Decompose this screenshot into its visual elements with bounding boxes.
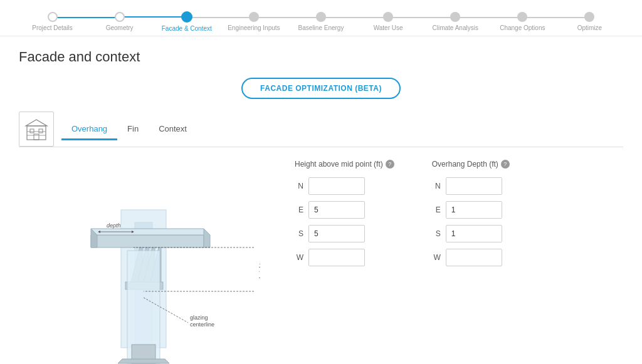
building-icon [24,117,49,142]
depth-w-row: W [432,249,510,266]
depth-e-row: E [432,201,510,219]
step-dot-facade-context [181,11,192,23]
main-area: depth height glazing centerline [19,147,623,364]
progress-step-climate-analysis[interactable]: Climate Analysis [422,12,489,31]
svg-marker-11 [204,229,210,247]
step-dot-baseline-energy [316,12,326,22]
depth-field-group: Overhang Depth (ft) ? N E S W [432,160,510,273]
height-n-row: N [295,177,394,195]
depth-s-row: S [432,225,510,242]
step-dot-geometry [115,12,125,22]
building-thumbnail [19,112,54,147]
fields-area: Height above mid point (ft) ? N E S W [270,160,623,273]
depth-s-input[interactable] [446,225,502,242]
depth-n-row: N [432,177,510,195]
svg-text:glazing: glazing [190,315,208,321]
step-label-water-use: Water Use [374,24,403,31]
depth-n-label: N [432,182,441,190]
height-group-title: Height above mid point (ft) ? [295,160,394,169]
height-e-row: E [295,201,394,219]
height-e-input[interactable] [308,201,365,219]
height-w-label: W [295,253,303,262]
height-s-row: S [295,225,394,242]
step-label-facade-context: Facade & Context [162,25,212,32]
progress-step-project-details[interactable]: Project Details [19,12,86,31]
tab-overhang[interactable]: Overhang [61,119,117,140]
progress-step-engineering-inputs[interactable]: Engineering Inputs [220,12,287,31]
depth-e-input[interactable] [446,201,502,219]
step-label-engineering-inputs: Engineering Inputs [228,24,280,31]
progress-step-geometry[interactable]: Geometry [86,12,153,31]
svg-marker-20 [118,359,169,363]
height-s-input[interactable] [308,225,365,242]
page-content: Facade and context FACADE OPTIMIZATION (… [0,36,642,364]
progress-bar: Project DetailsGeometryFacade & ContextE… [0,0,642,36]
svg-text:depth: depth [107,222,121,229]
tabs-container: Overhang Fin Context [19,112,623,147]
svg-text:height: height [258,263,260,279]
height-w-row: W [295,249,394,266]
svg-rect-1 [30,129,34,133]
height-help-icon[interactable]: ? [386,160,394,169]
height-n-input[interactable] [308,177,365,195]
height-s-label: S [295,229,303,238]
height-field-group: Height above mid point (ft) ? N E S W [295,160,394,273]
svg-rect-3 [34,134,39,140]
height-w-input[interactable] [308,249,365,266]
step-label-baseline-energy: Baseline Energy [298,24,344,31]
depth-w-input[interactable] [446,249,502,266]
step-dot-water-use [383,12,393,22]
step-label-optimize: Optimize [577,24,602,31]
tab-fin[interactable]: Fin [117,119,149,140]
svg-rect-2 [39,129,43,133]
overhang-illustration: depth height glazing centerline [19,160,270,364]
step-label-geometry: Geometry [106,24,134,31]
facade-optimization-button[interactable]: FACADE OPTIMIZATION (BETA) [241,78,401,99]
depth-w-label: W [432,253,441,262]
progress-step-baseline-energy[interactable]: Baseline Energy [287,12,354,31]
step-dot-change-options [517,12,527,22]
depth-e-label: E [432,205,441,214]
step-label-change-options: Change Options [500,24,545,31]
svg-text:centerline: centerline [190,321,214,328]
progress-step-change-options[interactable]: Change Options [489,12,556,31]
step-dot-optimize [584,12,594,22]
depth-n-input[interactable] [446,177,502,195]
step-label-climate-analysis: Climate Analysis [433,24,478,31]
depth-help-icon[interactable]: ? [501,160,510,169]
progress-step-facade-context[interactable]: Facade & Context [153,11,220,32]
progress-step-water-use[interactable]: Water Use [355,12,422,31]
step-dot-project-details [48,12,58,22]
height-e-label: E [295,205,303,214]
height-n-label: N [295,182,303,190]
facade-opt-container: FACADE OPTIMIZATION (BETA) [19,78,623,99]
depth-group-title: Overhang Depth (ft) ? [432,160,510,169]
step-dot-engineering-inputs [249,12,259,22]
svg-marker-4 [26,120,47,126]
step-dot-climate-analysis [450,12,460,22]
tab-context[interactable]: Context [149,119,197,140]
progress-step-optimize[interactable]: Optimize [556,12,623,31]
depth-s-label: S [432,229,441,238]
step-label-project-details: Project Details [32,24,72,31]
overhang-3d-diagram: depth height glazing centerline [28,160,260,364]
svg-marker-9 [91,235,204,247]
page-title: Facade and context [19,49,623,65]
